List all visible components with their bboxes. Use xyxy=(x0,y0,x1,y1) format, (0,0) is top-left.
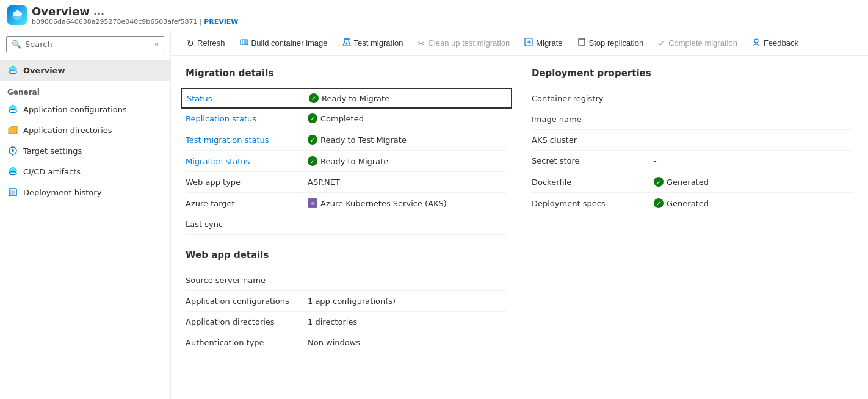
auth-type-row: Authentication type Non windows xyxy=(186,332,507,353)
aks-icon: ⎈ xyxy=(308,198,317,208)
dockerfile-text: Generated xyxy=(667,178,709,187)
image-name-label: Image name xyxy=(532,115,654,124)
auth-type-label: Authentication type xyxy=(186,338,308,347)
complete-migration-button[interactable]: ✓ Complete migration xyxy=(652,35,743,51)
test-migration-label: Test migration xyxy=(354,38,403,48)
test-migration-status-value: ✓ Ready to Test Migrate xyxy=(308,135,407,145)
test-migration-status-row: Test migration status ✓ Ready to Test Mi… xyxy=(186,129,507,151)
azure-target-value: ⎈ Azure Kubernetes Service (AKS) xyxy=(308,198,447,208)
build-container-label: Build container image xyxy=(251,38,328,48)
app-header: Overview ... b09806da640638a295278e040c9… xyxy=(0,0,868,31)
replication-status-row: Replication status ✓ Completed xyxy=(186,108,507,129)
dockerfile-value: ✓ Generated xyxy=(654,177,709,187)
build-container-button[interactable]: Build container image xyxy=(234,35,334,51)
deployment-specs-row: Deployment specs ✓ Generated xyxy=(532,193,853,214)
aks-cluster-row: AKS cluster xyxy=(532,130,853,151)
search-icon: 🔍 xyxy=(12,40,21,49)
stop-replication-label: Stop replication xyxy=(589,38,644,48)
more-options-icon[interactable]: ... xyxy=(93,5,104,17)
secret-store-value: - xyxy=(654,156,657,165)
container-registry-row: Container registry xyxy=(532,88,853,109)
app-dirs-label: Application directories xyxy=(186,317,308,326)
replication-check-icon: ✓ xyxy=(308,113,317,123)
sidebar-item-app-directories[interactable]: Application directories xyxy=(0,120,170,140)
complete-migration-label: Complete migration xyxy=(668,38,737,48)
migration-status-text: Ready to Migrate xyxy=(320,157,388,166)
svg-point-7 xyxy=(9,172,16,175)
stop-replication-button[interactable]: Stop replication xyxy=(571,35,650,51)
sidebar-item-cicd[interactable]: CI/CD artifacts xyxy=(0,161,170,182)
aks-cluster-label: AKS cluster xyxy=(532,135,654,145)
web-app-details-title: Web app details xyxy=(186,250,507,261)
deployment-specs-label: Deployment specs xyxy=(532,199,654,208)
replication-status-label: Replication status xyxy=(186,114,308,123)
deployment-properties-title: Deployment properties xyxy=(532,68,853,79)
dockerfile-label: Dockerfile xyxy=(532,178,654,187)
dockerfile-row: Dockerfile ✓ Generated xyxy=(532,171,853,193)
migration-status-value: ✓ Ready to Migrate xyxy=(308,156,388,166)
cleanup-label: Clean up test migration xyxy=(428,38,510,48)
collapse-button[interactable]: « xyxy=(154,40,159,49)
deployment-properties-section: Deployment properties Container registry… xyxy=(532,68,853,353)
web-app-type-value: ASP.NET xyxy=(308,178,340,187)
migration-details-title: Migration details xyxy=(186,68,507,79)
deployment-specs-check-icon: ✓ xyxy=(654,198,664,208)
page-title: Overview xyxy=(32,5,90,18)
details-grid: Migration details Status ✓ Ready to Migr… xyxy=(186,68,853,353)
app-configs-row: Application configurations 1 app configu… xyxy=(186,291,507,312)
sidebar-item-overview[interactable]: Overview xyxy=(0,60,170,81)
sidebar-deploy-history-label: Deployment history xyxy=(23,188,101,197)
migrate-icon xyxy=(524,38,533,48)
overview-nav-icon xyxy=(7,65,18,76)
app-logo xyxy=(7,5,27,25)
last-sync-label: Last sync xyxy=(186,220,308,229)
sidebar-item-target-settings[interactable]: Target settings xyxy=(0,140,170,161)
sidebar-item-app-configurations[interactable]: Application configurations xyxy=(0,99,170,120)
refresh-icon: ↻ xyxy=(187,38,194,48)
migrate-button[interactable]: Migrate xyxy=(518,35,568,51)
status-row: Status ✓ Ready to Migrate xyxy=(181,88,512,109)
content-area: ↻ Refresh Build container image xyxy=(171,31,868,399)
sidebar: 🔍 Search « Overview General xyxy=(0,31,171,399)
svg-point-15 xyxy=(345,43,347,45)
sidebar-item-deployment-history[interactable]: Deployment history xyxy=(0,182,170,203)
web-app-details-section: Web app details Source server name Appli… xyxy=(186,250,507,353)
svg-rect-17 xyxy=(579,39,585,45)
status-value: ✓ Ready to Migrate xyxy=(309,93,389,103)
source-server-row: Source server name xyxy=(186,270,507,291)
toolbar: ↻ Refresh Build container image xyxy=(171,31,868,56)
sidebar-nav: Overview General Application configurati… xyxy=(0,57,170,205)
web-app-type-row: Web app type ASP.NET xyxy=(186,172,507,193)
complete-migration-icon: ✓ xyxy=(658,38,665,48)
cleanup-button[interactable]: ✂ Clean up test migration xyxy=(411,35,516,51)
source-server-label: Source server name xyxy=(186,276,308,285)
deployment-specs-text: Generated xyxy=(667,199,709,208)
migration-status-label: Migration status xyxy=(186,157,308,166)
sidebar-app-dirs-label: Application directories xyxy=(23,126,112,135)
migrate-label: Migrate xyxy=(536,38,562,48)
build-container-icon xyxy=(240,38,248,48)
app-dirs-value: 1 directories xyxy=(308,317,357,326)
sidebar-overview-label: Overview xyxy=(23,66,65,75)
header-title-area: Overview ... b09806da640638a295278e040c9… xyxy=(32,5,239,26)
replication-status-value: ✓ Completed xyxy=(308,113,364,123)
feedback-button[interactable]: Feedback xyxy=(746,35,805,51)
test-migration-check-icon: ✓ xyxy=(308,135,317,145)
svg-rect-9 xyxy=(10,190,15,195)
header-subtitle: b09806da640638a295278e040c9b6503afef5871… xyxy=(32,18,239,26)
container-registry-label: Container registry xyxy=(532,94,654,103)
search-input-label: Search xyxy=(25,40,52,49)
svg-point-4 xyxy=(12,149,14,152)
status-text: Ready to Migrate xyxy=(322,94,389,103)
secret-store-label: Secret store xyxy=(532,156,654,165)
secret-store-row: Secret store - xyxy=(532,151,853,171)
search-box[interactable]: 🔍 Search « xyxy=(6,36,164,52)
test-migration-button[interactable]: Test migration xyxy=(336,35,410,51)
status-label: Status xyxy=(187,94,309,103)
refresh-button[interactable]: ↻ Refresh xyxy=(181,35,231,51)
test-migration-status-text: Ready to Test Migrate xyxy=(320,135,407,145)
stop-replication-icon xyxy=(577,38,586,48)
test-migration-icon xyxy=(342,38,351,48)
app-configs-label: Application configurations xyxy=(186,297,308,306)
app-configs-value: 1 app configuration(s) xyxy=(308,297,396,306)
